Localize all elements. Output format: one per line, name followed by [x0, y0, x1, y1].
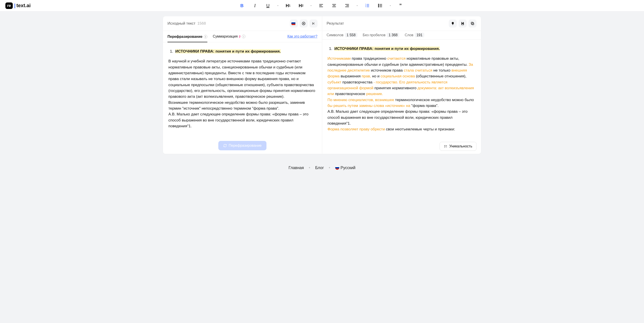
toolbar-separator	[278, 5, 278, 6]
info-icon[interactable]: i	[204, 35, 207, 38]
logo-badge: re	[5, 2, 13, 9]
logo[interactable]: re | text.ai	[5, 2, 31, 9]
copy-button[interactable]	[468, 19, 476, 27]
result-stats: Символов1 558 Без пробелов1 368 Слов191	[327, 33, 424, 37]
how-it-works-link[interactable]: Как это работает?	[287, 34, 317, 38]
result-title: Результат	[327, 21, 344, 26]
logo-text: text.ai	[16, 3, 31, 8]
footer-separator: •	[329, 166, 330, 170]
result-heading-text: ИСТОЧНИКИ ПРАВА: понятия и пути их форми…	[334, 46, 440, 51]
uniqueness-label: Уникальность	[449, 144, 472, 148]
result-actions	[449, 19, 476, 27]
svg-rect-28	[462, 24, 463, 25]
toolbar-separator	[310, 5, 312, 6]
align-right-button[interactable]	[344, 2, 350, 9]
source-heading: ИСТОЧНИКИ ПРАВА: понятия и пути их форми…	[174, 48, 317, 54]
source-heading-text: ИСТОЧНИКИ ПРАВА: понятия и пути их форми…	[175, 49, 281, 53]
info-icon[interactable]: i	[242, 35, 246, 38]
svg-rect-22	[291, 22, 295, 24]
logo-separator: |	[14, 3, 16, 8]
source-char-count: 1568	[198, 21, 206, 25]
refresh-icon	[223, 144, 227, 147]
result-footer: Уникальность	[322, 139, 481, 154]
svg-rect-30	[472, 23, 474, 25]
source-pane: Исходный текст 1568 Пере	[163, 16, 322, 154]
clear-button[interactable]	[300, 19, 308, 27]
svg-rect-29	[462, 22, 463, 22]
stat-chars: Символов1 558	[327, 33, 358, 37]
flag-ru-icon	[291, 21, 296, 26]
footer-language-switch[interactable]: Русский	[335, 166, 356, 170]
source-header: Исходный текст 1568	[163, 16, 322, 31]
footer-language-label: Русский	[340, 166, 356, 170]
check-list-icon	[444, 144, 448, 148]
save-icon	[460, 21, 465, 25]
svg-text:3: 3	[365, 6, 366, 7]
svg-rect-23	[291, 24, 295, 25]
topbar: re | text.ai B I U H1 H2 123 ”	[0, 0, 644, 11]
collapse-button[interactable]	[310, 19, 318, 27]
unordered-list-button[interactable]	[377, 2, 384, 9]
result-body: Источниками права традиционно считаются …	[328, 56, 476, 132]
source-subheader: Перефразирование i Суммаризацияβ i Как э…	[163, 31, 322, 42]
align-center-button[interactable]	[331, 2, 338, 9]
source-footer: Перефразирование	[163, 137, 322, 154]
bulb-icon	[451, 21, 455, 25]
footer-blog-link[interactable]: Блог	[315, 166, 324, 170]
result-pane: Результат Символов1 558 Без пробелов1 36…	[322, 16, 481, 154]
svg-rect-31	[471, 22, 473, 24]
h2-button[interactable]: H2	[298, 2, 304, 9]
save-button[interactable]	[458, 19, 467, 27]
stat-words: Слов191	[405, 33, 424, 37]
ordered-list-button[interactable]: 123	[364, 2, 370, 9]
result-subheader: Символов1 558 Без пробелов1 368 Слов191	[322, 31, 481, 39]
beta-badge: β	[239, 35, 240, 38]
result-header: Результат	[322, 16, 481, 31]
svg-point-18	[378, 4, 379, 5]
source-actions	[290, 19, 318, 27]
mode-tabs: Перефразирование i Суммаризацияβ i	[168, 33, 246, 40]
svg-point-19	[378, 5, 379, 6]
source-title: Исходный текст 1568	[168, 21, 206, 26]
source-editor[interactable]: ИСТОЧНИКИ ПРАВА: понятия и пути их форми…	[163, 42, 322, 137]
source-body: В научной и учебной литературе источника…	[168, 58, 317, 129]
bold-button[interactable]: B	[238, 2, 245, 9]
paraphrase-action-button[interactable]: Перефразирование	[218, 141, 266, 150]
align-left-button[interactable]	[318, 2, 324, 9]
toolbar-separator	[390, 5, 391, 6]
hint-button[interactable]	[449, 19, 457, 27]
footer-separator: •	[309, 166, 310, 170]
copy-icon	[470, 21, 474, 25]
source-title-text: Исходный текст	[168, 21, 196, 25]
stat-nospace: Без пробелов1 368	[363, 33, 400, 37]
h1-button[interactable]: H1	[284, 2, 291, 9]
quote-button[interactable]: ”	[397, 2, 404, 9]
tab-paraphrase[interactable]: Перефразирование i	[168, 33, 207, 42]
result-view[interactable]: ИСТОЧНИКИ ПРАВА: понятия и пути их форми…	[322, 39, 481, 139]
underline-button[interactable]: U	[264, 2, 271, 9]
paraphrase-action-label: Перефразирование	[228, 144, 262, 148]
tab-paraphrase-label: Перефразирование	[168, 35, 202, 39]
language-button[interactable]	[290, 19, 298, 27]
main-panel: Исходный текст 1568 Пере	[163, 16, 481, 154]
format-toolbar: B I U H1 H2 123 ”	[238, 2, 404, 9]
tab-summarize-label: Суммаризация	[213, 34, 238, 38]
svg-rect-35	[335, 167, 339, 168]
tab-summarize[interactable]: Суммаризацияβ i	[213, 33, 246, 40]
svg-rect-36	[335, 168, 339, 170]
page-footer: Главная • Блог • Русский	[0, 159, 644, 177]
footer-home-link[interactable]: Главная	[289, 166, 304, 170]
result-heading: ИСТОЧНИКИ ПРАВА: понятия и пути их форми…	[334, 46, 476, 52]
flag-ru-icon	[335, 166, 339, 170]
toolbar-separator	[357, 5, 358, 6]
italic-button[interactable]: I	[252, 2, 258, 9]
svg-point-20	[378, 6, 379, 7]
uniqueness-button[interactable]: Уникальность	[440, 142, 476, 151]
